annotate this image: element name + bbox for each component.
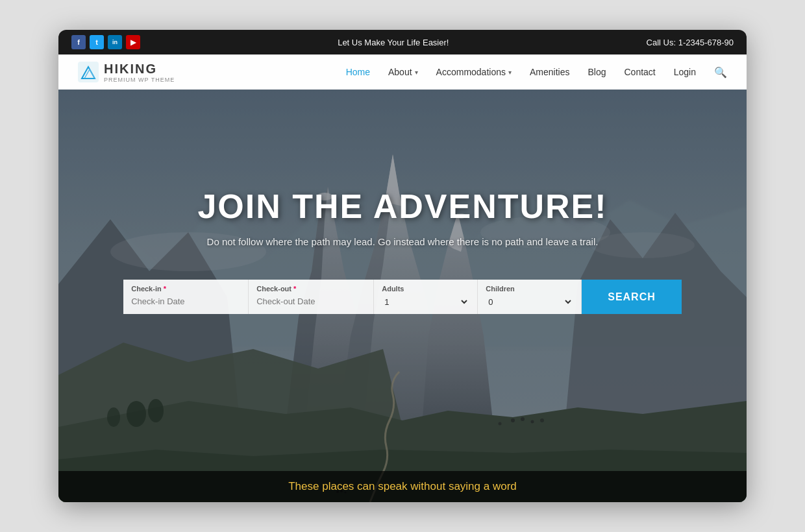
logo-sub-text: PREMIUM WP THEME	[104, 77, 175, 83]
adults-label: Adults	[382, 285, 469, 293]
nav-links: Home About ▾ Accommodations ▾ Amenities …	[346, 66, 727, 79]
about-chevron: ▾	[415, 69, 418, 76]
twitter-icon[interactable]: t	[90, 35, 104, 49]
nav-login[interactable]: Login	[674, 67, 696, 77]
search-form: Check-in * Check-out * Adults 1 2 3	[123, 280, 682, 314]
logo[interactable]: HIKING PREMIUM WP THEME	[78, 62, 175, 83]
topbar-phone: Call Us: 1-2345-678-90	[647, 38, 734, 47]
nav-home[interactable]: Home	[346, 67, 370, 77]
hero-content: JOIN THE ADVENTURE! Do not follow where …	[58, 90, 747, 314]
children-group: Children 0 1 2 3 4	[478, 280, 582, 314]
checkin-label: Check-in *	[131, 285, 240, 293]
hero-section: JOIN THE ADVENTURE! Do not follow where …	[58, 90, 747, 502]
checkin-input[interactable]	[131, 295, 240, 308]
linkedin-icon[interactable]: in	[108, 35, 122, 49]
browser-window: f t in ▶ Let Us Make Your Life Easier! C…	[58, 30, 747, 502]
navbar: HIKING PREMIUM WP THEME Home About ▾ Acc…	[58, 54, 747, 90]
nav-amenities[interactable]: Amenities	[530, 67, 569, 77]
nav-about[interactable]: About ▾	[388, 67, 418, 77]
youtube-icon[interactable]: ▶	[126, 35, 140, 49]
checkout-input[interactable]	[256, 295, 365, 308]
checkout-label: Check-out *	[256, 285, 365, 293]
children-label: Children	[486, 285, 573, 293]
hero-subtitle: Do not follow where the path may lead. G…	[207, 236, 599, 247]
hero-title: JOIN THE ADVENTURE!	[197, 187, 607, 226]
facebook-icon[interactable]: f	[71, 35, 86, 49]
nav-blog[interactable]: Blog	[588, 67, 606, 77]
nav-accommodations[interactable]: Accommodations ▾	[436, 67, 512, 77]
adults-group: Adults 1 2 3 4 5	[374, 280, 478, 314]
logo-icon	[78, 62, 99, 82]
logo-main-text: HIKING	[104, 62, 175, 77]
hero-bottom-tagline: These places can speak without saying a …	[58, 471, 747, 502]
checkout-group: Check-out *	[249, 280, 374, 314]
nav-contact[interactable]: Contact	[624, 67, 655, 77]
top-bar: f t in ▶ Let Us Make Your Life Easier! C…	[58, 30, 747, 54]
social-icons: f t in ▶	[71, 35, 140, 49]
topbar-tagline: Let Us Make Your Life Easier!	[338, 38, 449, 47]
search-button[interactable]: SEARCH	[582, 280, 682, 314]
accommodations-chevron: ▾	[508, 69, 512, 76]
logo-text: HIKING PREMIUM WP THEME	[104, 62, 175, 83]
children-select[interactable]: 0 1 2 3 4	[486, 295, 573, 309]
search-icon[interactable]: 🔍	[714, 66, 727, 79]
adults-select[interactable]: 1 2 3 4 5	[382, 295, 469, 309]
checkin-group: Check-in *	[123, 280, 249, 314]
